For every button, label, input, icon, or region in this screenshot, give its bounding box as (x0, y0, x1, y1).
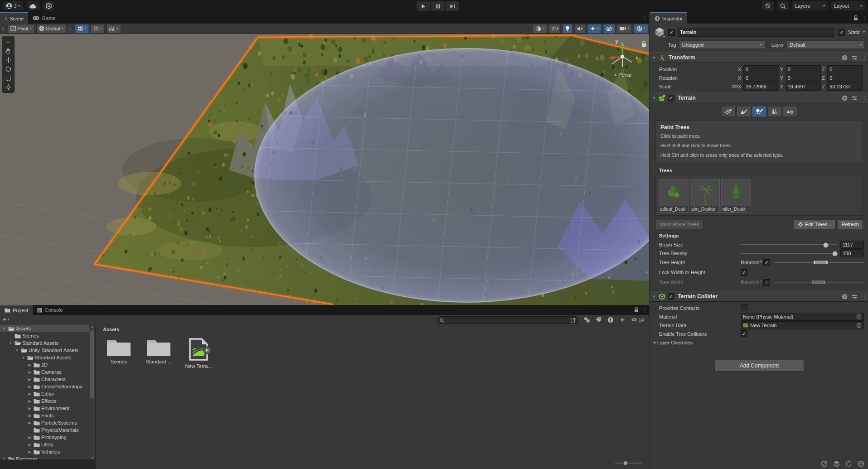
effects-dropdown[interactable]: ▾ (587, 24, 601, 34)
asset-item-standard-[interactable]: Standard ... (142, 338, 175, 369)
folder-tree-item-standard-assets[interactable]: ▼Standard Assets (0, 339, 89, 347)
collider-enabled-checkbox[interactable]: ✓ (668, 293, 674, 300)
foldout-icon[interactable]: ▶ (27, 377, 32, 382)
folder-tree-item-cameras[interactable]: ▶Cameras (0, 368, 89, 376)
gizmos-dropdown[interactable]: ▾ (634, 24, 648, 34)
foldout-icon[interactable]: ▶ (653, 340, 657, 344)
brush-size-slider[interactable] (741, 241, 837, 248)
folder-tree-item-unity-standard-assets[interactable]: ▼Unity-Standard-Assets (0, 347, 89, 354)
rotation-y-field[interactable]: 0 (786, 74, 821, 82)
foldout-icon[interactable]: ▶ (27, 399, 32, 403)
2d-toggle[interactable]: 2D (549, 24, 561, 34)
foldout-icon[interactable]: ▶ (27, 443, 32, 447)
tree-density-field[interactable]: 100 (840, 249, 864, 257)
tag-dropdown[interactable]: Untagged▾ (679, 40, 765, 49)
hub-button[interactable] (43, 1, 54, 10)
scale-y-field[interactable]: 19.4697 (786, 82, 821, 91)
transform-component-header[interactable]: ▼ Transform ? ⋮ (650, 52, 868, 63)
grid-visibility-toggle[interactable]: ▾ (75, 24, 89, 34)
folder-tree-item-crossplatforminpu[interactable]: ▶CrossPlatformInpu (0, 383, 89, 390)
project-search-input[interactable] (436, 316, 579, 324)
presets-icon[interactable] (852, 96, 858, 101)
step-button[interactable] (446, 1, 459, 11)
refresh-button[interactable]: Refresh (837, 219, 863, 229)
asset-item-new-terra-[interactable]: New Terra... (182, 338, 215, 369)
scale-x-field[interactable]: 28.72969 (743, 82, 779, 91)
foldout-icon[interactable]: ▶ (27, 421, 32, 425)
tab-console[interactable]: Console (33, 305, 67, 315)
tree-height-random-checkbox[interactable]: ✓ (763, 259, 770, 266)
search-in-icon[interactable] (571, 318, 576, 323)
foldout-icon[interactable]: ▼ (21, 356, 26, 360)
y-axis-cone[interactable] (621, 41, 625, 46)
status-network-icon[interactable] (858, 460, 864, 467)
terrain-collider-header[interactable]: ▼ ✓ Terrain Collider ? ⋮ (650, 291, 868, 302)
help-icon[interactable]: ? (842, 95, 848, 101)
foldout-icon[interactable]: ▶ (27, 392, 32, 396)
add-component-button[interactable]: Add Component (714, 360, 804, 372)
play-button[interactable] (417, 1, 430, 11)
terrain-settings-tool[interactable] (783, 106, 797, 117)
chevron-down-icon[interactable]: ▾ (7, 318, 9, 321)
overlay-handle[interactable]: ≡ (2, 37, 14, 46)
tree-hscrollbar[interactable] (0, 459, 95, 469)
pivot-dropdown[interactable]: Pivot▾ (8, 24, 34, 34)
component-menu-icon[interactable]: ⋮ (862, 294, 867, 300)
folder-tree-item-utility[interactable]: ▶Utility (0, 441, 89, 448)
tree-height-range-slider[interactable] (774, 259, 864, 266)
help-icon[interactable]: ? (842, 55, 848, 61)
transform-tool-button[interactable] (2, 82, 14, 92)
camera-settings-dropdown[interactable]: ▾ (617, 24, 632, 34)
tree-prototype[interactable]: alm_Deskto (690, 179, 720, 213)
tab-scene[interactable]: # Scene (0, 12, 28, 24)
scroll-up-arrow[interactable]: ▲ (89, 325, 95, 328)
tree-prototype[interactable]: nifer_Deskt (721, 179, 751, 213)
lighting-toggle[interactable] (563, 24, 572, 34)
undo-history-button[interactable] (762, 1, 774, 10)
foldout-icon[interactable]: ▼ (652, 295, 656, 299)
global-dropdown[interactable]: Global▾ (36, 24, 66, 34)
folder-tree-item-assets[interactable]: ▼Assets (0, 325, 89, 332)
folder-tree-item-characters[interactable]: ▶Characters (0, 376, 89, 383)
folder-tree-item-vehicles[interactable]: ▶Vehicles (0, 448, 89, 455)
object-name-field[interactable]: Terrain (678, 28, 834, 37)
rotation-z-field[interactable]: 0 (827, 74, 863, 82)
folder-tree-item-particlesystems[interactable]: ▶ParticleSystems (0, 419, 89, 426)
mass-place-trees-button[interactable]: Mass Place Trees (655, 219, 703, 229)
folder-tree-item-fonts[interactable]: ▶Fonts (0, 412, 89, 419)
paint-terrain-tool[interactable] (737, 106, 751, 117)
foldout-icon[interactable]: ▼ (652, 96, 656, 100)
filter-by-label-icon[interactable] (596, 317, 601, 323)
foldout-icon[interactable]: ▶ (27, 414, 32, 418)
view-tool-button[interactable] (2, 46, 14, 55)
active-checkbox[interactable]: ✓ (668, 29, 675, 36)
presets-icon[interactable] (852, 55, 858, 60)
foldout-icon[interactable]: ▶ (27, 406, 32, 411)
filter-by-type-icon[interactable] (584, 317, 590, 323)
lock-icon[interactable] (853, 15, 858, 21)
cloud-button[interactable] (27, 1, 39, 10)
component-menu-icon[interactable]: ⋮ (862, 55, 867, 61)
rect-tool-button[interactable] (2, 73, 14, 82)
thumbnail-size-slider[interactable] (615, 461, 642, 465)
folder-tree-item-standard-assets[interactable]: ▼Standard Assets (0, 354, 89, 361)
layout-dropdown[interactable]: Layout ▾ (831, 1, 865, 10)
invalid-results-icon[interactable] (607, 317, 614, 323)
snap-increment-toggle[interactable]: ▾ (91, 24, 105, 34)
terrain-data-object-field[interactable]: New Terrain (741, 321, 864, 329)
snap-settings-dropdown[interactable]: ▾ (107, 24, 121, 34)
scene-viewport[interactable]: ≡ y (0, 34, 649, 305)
paint-trees-tool[interactable] (752, 106, 766, 117)
tree-scrollbar[interactable]: ▲ ▼ (89, 325, 95, 460)
help-icon[interactable]: ? (842, 294, 848, 300)
asset-item-scenes[interactable]: Scenes (102, 338, 136, 369)
pause-button[interactable] (431, 1, 445, 11)
foldout-icon[interactable]: ▶ (27, 450, 32, 454)
tree-density-slider[interactable] (741, 250, 837, 257)
audio-mute-toggle[interactable] (574, 24, 586, 34)
status-layers-icon[interactable] (833, 460, 840, 467)
folder-tree-item-2d[interactable]: ▶2D (0, 361, 89, 368)
foldout-icon[interactable]: ▼ (2, 327, 7, 331)
scroll-thumb[interactable] (90, 330, 94, 398)
position-z-field[interactable]: 0 (827, 65, 863, 73)
